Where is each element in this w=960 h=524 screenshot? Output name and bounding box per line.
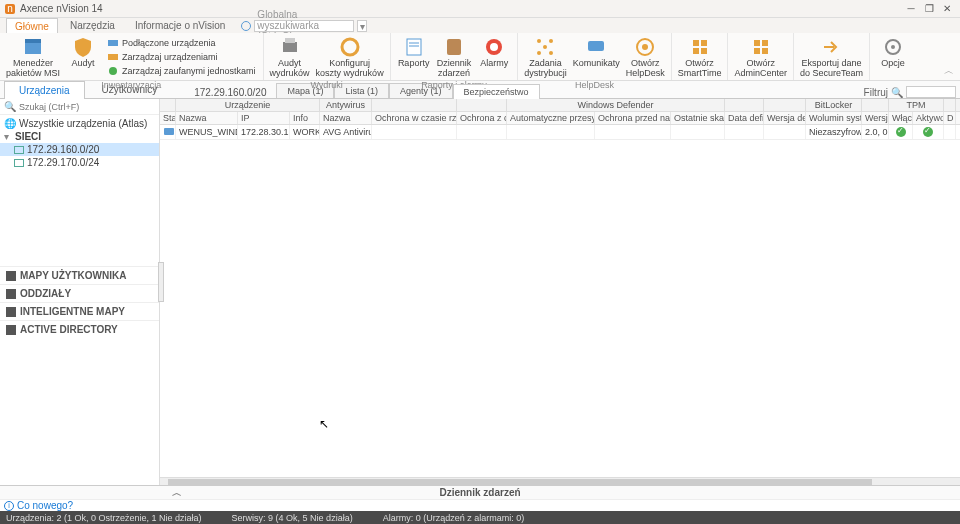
minimize-button[interactable]: ─ (902, 2, 920, 16)
column-header-cell[interactable]: Ochrona z chmury (457, 112, 507, 124)
close-button[interactable]: ✕ (938, 2, 956, 16)
top-menu: Główne Narzędzia Informacje o nVision Gl… (0, 18, 960, 33)
section-active-directory[interactable]: ACTIVE DIRECTORY (0, 320, 159, 338)
menu-tab-info[interactable]: Informacje o nVision (127, 18, 233, 33)
print-cost-button[interactable]: Konfiguruj koszty wydruków (314, 35, 386, 79)
status-alarms: Alarmy: 0 (Urządzeń z alarmami: 0) (383, 513, 525, 523)
table-cell: 172.28.30.117 (238, 125, 290, 139)
column-header-cell[interactable]: Info (290, 112, 320, 124)
sidebar-search[interactable]: 🔍 (0, 99, 159, 115)
column-header-cell[interactable]: Ochrona w czasie rzeczywistym (372, 112, 457, 124)
section-user-maps[interactable]: MAPY UŻYTKOWNIKA (0, 266, 159, 284)
open-helpdesk-button[interactable]: Otwórz HelpDesk (624, 35, 667, 79)
export-secureteam-button[interactable]: Eksportuj dane do SecureTeam (798, 35, 865, 79)
column-header-cell[interactable]: Automatyczne przesyłanie próbek (507, 112, 595, 124)
column-header-cell[interactable]: Ostatnie skanowanie (671, 112, 725, 124)
event-log-pane-header[interactable]: ︿ Dziennik zdarzeń (0, 485, 960, 499)
check-ok-icon (923, 127, 933, 137)
ribbon-group-helpdesk: Zadania dystrybucji Komunikaty Otwórz He… (518, 33, 672, 80)
column-header-cell[interactable]: Wersja (862, 112, 889, 124)
menu-tab-main[interactable]: Główne (6, 18, 58, 34)
options-button[interactable]: Opcje (874, 35, 912, 69)
ribbon-group-admincenter: Otwórz AdminCenter (728, 33, 794, 80)
table-cell (913, 125, 944, 139)
tree-root[interactable]: 🌐Wszystkie urządzenia (Atlas) (0, 117, 159, 130)
global-search-dropdown[interactable]: ▾ (357, 20, 367, 32)
global-search-input[interactable]: Globalna wyszukiwarka (Ctrl+G) (254, 20, 354, 32)
menu-tab-tools[interactable]: Narzędzia (62, 18, 123, 33)
filter-box[interactable]: Filtruj 🔍 (864, 86, 956, 98)
msi-manager-button[interactable]: Menedżer pakietów MSI (4, 35, 62, 79)
column-header-cell[interactable]: Wolumin systemowy (806, 112, 862, 124)
manage-devices-button[interactable]: Zarządzaj urządzeniami (104, 50, 259, 64)
ribbon-group-reports: Raporty Dziennik zdarzeń Alarmy Raporty … (391, 33, 519, 80)
whats-new-link[interactable]: i Co nowego? (0, 499, 960, 511)
ribbon-collapse-button[interactable]: ︿ (944, 64, 954, 78)
svg-rect-7 (283, 42, 297, 52)
group-header-cell (372, 99, 457, 111)
table-cell: Niezaszyfrowany (806, 125, 862, 139)
distribution-tasks-button[interactable]: Zadania dystrybucji (522, 35, 569, 79)
group-header-cell (944, 99, 956, 111)
table-row[interactable]: WENUS_WINDOWS11172.28.30.117WORKGROUPAVG… (160, 125, 960, 140)
column-header-cell[interactable]: Nazwa (320, 112, 372, 124)
svg-point-9 (342, 39, 358, 55)
status-bar: Urządzenia: 2 (1 Ok, 0 Ostrzeżenie, 1 Ni… (0, 511, 960, 524)
shield-audit-icon (72, 36, 94, 58)
alarms-button[interactable]: Alarmy (475, 35, 513, 79)
table-cell: WENUS_WINDOWS11 (176, 125, 238, 139)
chevron-up-icon[interactable]: ︿ (172, 486, 182, 500)
print-audit-icon (279, 36, 301, 58)
trusted-units-button[interactable]: Zarządzaj zaufanymi jednostkami (104, 64, 259, 78)
column-header-cell[interactable]: Włączony (889, 112, 913, 124)
scrollbar-horizontal[interactable] (160, 477, 960, 485)
column-header-cell[interactable]: D (944, 112, 956, 124)
group-header-cell (862, 99, 889, 111)
tree-networks[interactable]: ▾SIECI (0, 130, 159, 143)
column-header-cell[interactable]: Nazwa (176, 112, 238, 124)
table-cell (457, 125, 507, 139)
column-header-cell[interactable]: Data definicji (725, 112, 764, 124)
check-ok-icon (896, 127, 906, 137)
status-services: Serwisy: 9 (4 Ok, 5 Nie działa) (232, 513, 353, 523)
admincenter-button[interactable]: Otwórz AdminCenter (732, 35, 789, 79)
sidebar-splitter[interactable] (158, 262, 164, 302)
titlebar: n Axence nVision 14 ─ ❐ ✕ (0, 0, 960, 18)
messages-button[interactable]: Komunikaty (571, 35, 622, 79)
tab-devices[interactable]: Urządzenia (4, 81, 85, 99)
app-title: Axence nVision 14 (20, 3, 902, 14)
smarttime-button[interactable]: Otwórz SmartTime (676, 35, 724, 79)
global-search[interactable]: Globalna wyszukiwarka (Ctrl+G) ▾ (241, 20, 367, 32)
svg-rect-28 (754, 40, 760, 46)
print-audit-button[interactable]: Audyt wydruków (268, 35, 312, 79)
section-smart-maps[interactable]: INTELIGENTNE MAPY (0, 302, 159, 320)
column-header-cell[interactable]: Stan (160, 112, 176, 124)
svg-point-6 (109, 67, 117, 75)
column-header-cell[interactable]: Ochrona przed naruszeniami (595, 112, 671, 124)
svg-rect-31 (762, 48, 768, 54)
svg-rect-10 (407, 39, 421, 55)
status-devices: Urządzenia: 2 (1 Ok, 0 Ostrzeżenie, 1 Ni… (6, 513, 202, 523)
group-header-cell: Windows Defender (507, 99, 725, 111)
svg-point-23 (642, 44, 648, 50)
svg-point-18 (549, 39, 553, 43)
tree-network-item[interactable]: 172.29.170.0/24 (0, 156, 159, 169)
audit-button[interactable]: Audyt (64, 35, 102, 79)
column-header-cell[interactable]: Aktywowany (913, 112, 944, 124)
event-log-button[interactable]: Dziennik zdarzeń (435, 35, 474, 79)
section-branches[interactable]: ODDZIAŁY (0, 284, 159, 302)
collapse-icon: ▾ (4, 131, 12, 142)
maximize-button[interactable]: ❐ (920, 2, 938, 16)
table-cell (889, 125, 913, 139)
column-header-cell[interactable]: Wersja definicji (764, 112, 806, 124)
svg-rect-30 (754, 48, 760, 54)
svg-rect-21 (588, 41, 604, 51)
subtab-security[interactable]: Bezpieczeństwo (453, 84, 540, 99)
tree-network-item[interactable]: 172.29.160.0/20 (0, 143, 159, 156)
column-header-cell[interactable]: IP (238, 112, 290, 124)
group-header-cell (160, 99, 176, 111)
reports-button[interactable]: Raporty (395, 35, 433, 79)
sidebar-search-input[interactable] (19, 102, 155, 112)
connected-devices-button[interactable]: Podłączone urządzenia (104, 36, 259, 50)
filter-input[interactable] (906, 86, 956, 98)
